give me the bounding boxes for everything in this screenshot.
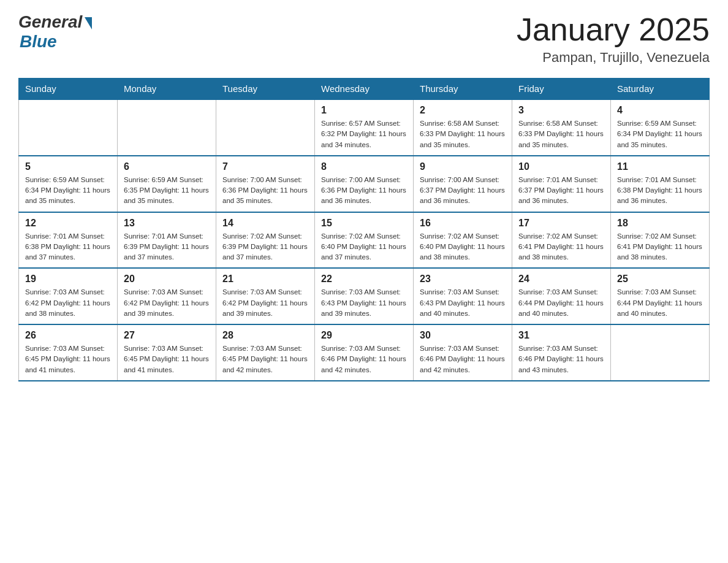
day-number: 4 bbox=[617, 105, 703, 116]
calendar-cell: 21Sunrise: 7:03 AM Sunset: 6:42 PM Dayli… bbox=[216, 268, 315, 324]
day-number: 1 bbox=[321, 105, 407, 116]
day-info: Sunrise: 7:03 AM Sunset: 6:46 PM Dayligh… bbox=[420, 343, 506, 375]
logo-general-text: General bbox=[18, 12, 82, 32]
calendar-cell: 6Sunrise: 6:59 AM Sunset: 6:35 PM Daylig… bbox=[118, 156, 216, 212]
day-info: Sunrise: 7:01 AM Sunset: 6:38 PM Dayligh… bbox=[25, 231, 111, 263]
month-title: January 2025 bbox=[517, 12, 710, 47]
calendar-header-sunday: Sunday bbox=[19, 79, 118, 100]
day-number: 3 bbox=[518, 105, 604, 116]
day-info: Sunrise: 6:59 AM Sunset: 6:34 PM Dayligh… bbox=[25, 175, 111, 207]
page-header: General Blue January 2025 Pampan, Trujil… bbox=[18, 12, 710, 66]
calendar-cell: 9Sunrise: 7:00 AM Sunset: 6:37 PM Daylig… bbox=[414, 156, 512, 212]
calendar-row-1: 5Sunrise: 6:59 AM Sunset: 6:34 PM Daylig… bbox=[19, 156, 710, 212]
day-number: 13 bbox=[124, 218, 210, 229]
calendar-cell bbox=[216, 99, 315, 156]
day-info: Sunrise: 7:02 AM Sunset: 6:41 PM Dayligh… bbox=[617, 231, 703, 263]
calendar-cell: 15Sunrise: 7:02 AM Sunset: 6:40 PM Dayli… bbox=[315, 212, 414, 269]
day-number: 7 bbox=[222, 161, 308, 172]
day-number: 17 bbox=[518, 218, 604, 229]
day-number: 9 bbox=[420, 161, 506, 172]
day-number: 23 bbox=[420, 274, 506, 285]
calendar-cell: 29Sunrise: 7:03 AM Sunset: 6:46 PM Dayli… bbox=[315, 324, 414, 381]
calendar-row-2: 12Sunrise: 7:01 AM Sunset: 6:38 PM Dayli… bbox=[19, 212, 710, 269]
calendar-cell: 14Sunrise: 7:02 AM Sunset: 6:39 PM Dayli… bbox=[216, 212, 315, 269]
calendar-cell: 24Sunrise: 7:03 AM Sunset: 6:44 PM Dayli… bbox=[512, 268, 611, 324]
day-info: Sunrise: 6:57 AM Sunset: 6:32 PM Dayligh… bbox=[321, 118, 407, 150]
calendar-header-wednesday: Wednesday bbox=[315, 79, 414, 100]
logo-triangle-icon bbox=[85, 17, 92, 29]
calendar-cell bbox=[19, 99, 118, 156]
calendar-cell: 27Sunrise: 7:03 AM Sunset: 6:45 PM Dayli… bbox=[118, 324, 216, 381]
calendar-cell bbox=[611, 324, 710, 381]
calendar-cell: 13Sunrise: 7:01 AM Sunset: 6:39 PM Dayli… bbox=[118, 212, 216, 269]
day-info: Sunrise: 7:02 AM Sunset: 6:39 PM Dayligh… bbox=[222, 231, 308, 263]
location-title: Pampan, Trujillo, Venezuela bbox=[517, 50, 710, 66]
day-number: 15 bbox=[321, 218, 407, 229]
day-info: Sunrise: 7:03 AM Sunset: 6:42 PM Dayligh… bbox=[124, 287, 210, 319]
day-number: 22 bbox=[321, 274, 407, 285]
calendar-cell: 7Sunrise: 7:00 AM Sunset: 6:36 PM Daylig… bbox=[216, 156, 315, 212]
calendar-cell: 31Sunrise: 7:03 AM Sunset: 6:46 PM Dayli… bbox=[512, 324, 611, 381]
calendar-cell: 26Sunrise: 7:03 AM Sunset: 6:45 PM Dayli… bbox=[19, 324, 118, 381]
day-number: 26 bbox=[25, 330, 111, 341]
calendar-cell: 30Sunrise: 7:03 AM Sunset: 6:46 PM Dayli… bbox=[414, 324, 512, 381]
day-info: Sunrise: 7:02 AM Sunset: 6:41 PM Dayligh… bbox=[518, 231, 604, 263]
day-info: Sunrise: 7:01 AM Sunset: 6:38 PM Dayligh… bbox=[617, 175, 703, 207]
logo-blue-text: Blue bbox=[20, 32, 57, 52]
calendar-cell: 23Sunrise: 7:03 AM Sunset: 6:43 PM Dayli… bbox=[414, 268, 512, 324]
day-number: 30 bbox=[420, 330, 506, 341]
day-number: 11 bbox=[617, 161, 703, 172]
day-info: Sunrise: 7:03 AM Sunset: 6:45 PM Dayligh… bbox=[124, 343, 210, 375]
day-number: 31 bbox=[518, 330, 604, 341]
calendar-cell: 3Sunrise: 6:58 AM Sunset: 6:33 PM Daylig… bbox=[512, 99, 611, 156]
day-info: Sunrise: 7:00 AM Sunset: 6:36 PM Dayligh… bbox=[222, 175, 308, 207]
calendar-cell: 20Sunrise: 7:03 AM Sunset: 6:42 PM Dayli… bbox=[118, 268, 216, 324]
day-number: 19 bbox=[25, 274, 111, 285]
calendar-header-tuesday: Tuesday bbox=[216, 79, 315, 100]
day-number: 27 bbox=[124, 330, 210, 341]
calendar-row-3: 19Sunrise: 7:03 AM Sunset: 6:42 PM Dayli… bbox=[19, 268, 710, 324]
calendar-cell: 22Sunrise: 7:03 AM Sunset: 6:43 PM Dayli… bbox=[315, 268, 414, 324]
day-number: 5 bbox=[25, 161, 111, 172]
calendar-cell: 28Sunrise: 7:03 AM Sunset: 6:45 PM Dayli… bbox=[216, 324, 315, 381]
calendar-cell: 2Sunrise: 6:58 AM Sunset: 6:33 PM Daylig… bbox=[414, 99, 512, 156]
calendar-cell bbox=[118, 99, 216, 156]
calendar-cell: 17Sunrise: 7:02 AM Sunset: 6:41 PM Dayli… bbox=[512, 212, 611, 269]
calendar-header-monday: Monday bbox=[118, 79, 216, 100]
title-area: January 2025 Pampan, Trujillo, Venezuela bbox=[517, 12, 710, 66]
day-info: Sunrise: 7:03 AM Sunset: 6:46 PM Dayligh… bbox=[321, 343, 407, 375]
day-info: Sunrise: 7:03 AM Sunset: 6:45 PM Dayligh… bbox=[25, 343, 111, 375]
calendar-cell: 10Sunrise: 7:01 AM Sunset: 6:37 PM Dayli… bbox=[512, 156, 611, 212]
day-number: 10 bbox=[518, 161, 604, 172]
day-info: Sunrise: 6:59 AM Sunset: 6:34 PM Dayligh… bbox=[617, 118, 703, 150]
day-info: Sunrise: 6:58 AM Sunset: 6:33 PM Dayligh… bbox=[518, 118, 604, 150]
calendar-cell: 11Sunrise: 7:01 AM Sunset: 6:38 PM Dayli… bbox=[611, 156, 710, 212]
day-info: Sunrise: 7:00 AM Sunset: 6:37 PM Dayligh… bbox=[420, 175, 506, 207]
calendar-header-saturday: Saturday bbox=[611, 79, 710, 100]
day-info: Sunrise: 7:03 AM Sunset: 6:45 PM Dayligh… bbox=[222, 343, 308, 375]
calendar-cell: 16Sunrise: 7:02 AM Sunset: 6:40 PM Dayli… bbox=[414, 212, 512, 269]
day-number: 28 bbox=[222, 330, 308, 341]
day-number: 8 bbox=[321, 161, 407, 172]
day-number: 20 bbox=[124, 274, 210, 285]
calendar-header-row: SundayMondayTuesdayWednesdayThursdayFrid… bbox=[19, 79, 710, 100]
day-number: 29 bbox=[321, 330, 407, 341]
day-info: Sunrise: 7:01 AM Sunset: 6:39 PM Dayligh… bbox=[124, 231, 210, 263]
calendar-header-thursday: Thursday bbox=[414, 79, 512, 100]
day-number: 25 bbox=[617, 274, 703, 285]
calendar-cell: 1Sunrise: 6:57 AM Sunset: 6:32 PM Daylig… bbox=[315, 99, 414, 156]
day-number: 24 bbox=[518, 274, 604, 285]
day-info: Sunrise: 7:03 AM Sunset: 6:43 PM Dayligh… bbox=[321, 287, 407, 319]
calendar-header-friday: Friday bbox=[512, 79, 611, 100]
day-number: 12 bbox=[25, 218, 111, 229]
calendar-cell: 8Sunrise: 7:00 AM Sunset: 6:36 PM Daylig… bbox=[315, 156, 414, 212]
logo: General Blue bbox=[18, 12, 92, 52]
calendar-cell: 4Sunrise: 6:59 AM Sunset: 6:34 PM Daylig… bbox=[611, 99, 710, 156]
day-info: Sunrise: 7:03 AM Sunset: 6:42 PM Dayligh… bbox=[25, 287, 111, 319]
day-info: Sunrise: 7:01 AM Sunset: 6:37 PM Dayligh… bbox=[518, 175, 604, 207]
day-info: Sunrise: 7:02 AM Sunset: 6:40 PM Dayligh… bbox=[321, 231, 407, 263]
calendar-cell: 5Sunrise: 6:59 AM Sunset: 6:34 PM Daylig… bbox=[19, 156, 118, 212]
day-info: Sunrise: 7:03 AM Sunset: 6:43 PM Dayligh… bbox=[420, 287, 506, 319]
day-info: Sunrise: 6:59 AM Sunset: 6:35 PM Dayligh… bbox=[124, 175, 210, 207]
calendar-row-4: 26Sunrise: 7:03 AM Sunset: 6:45 PM Dayli… bbox=[19, 324, 710, 381]
